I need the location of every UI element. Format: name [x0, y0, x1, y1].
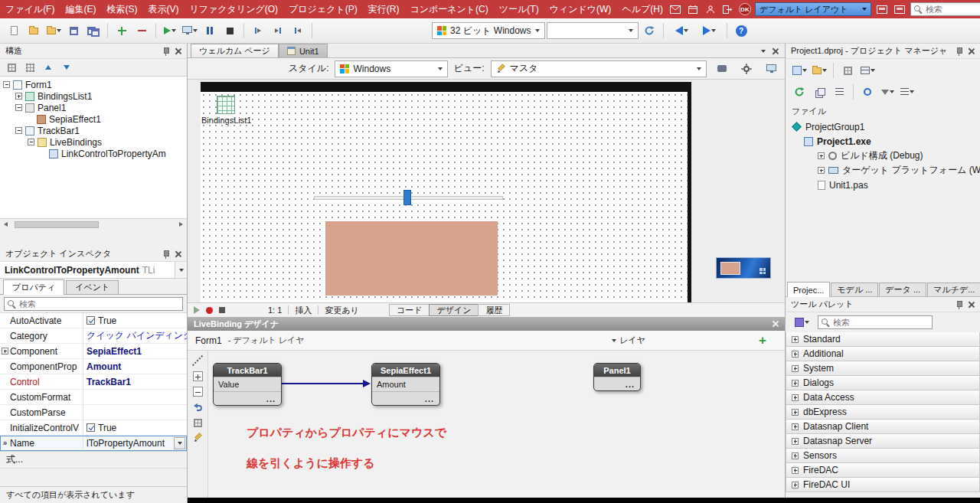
close-icon[interactable]	[968, 301, 975, 309]
palette-category-standard[interactable]: Standard	[786, 332, 980, 347]
pause-button[interactable]	[201, 21, 219, 40]
calendar-icon[interactable]	[686, 3, 700, 15]
palette-category-datasnap-client[interactable]: Datasnap Client	[786, 419, 980, 434]
help-button[interactable]: ?	[732, 21, 750, 40]
mail-icon[interactable]	[668, 3, 682, 15]
close-tab-icon[interactable]	[772, 47, 779, 55]
menu-project[interactable]: プロジェクト(P)	[283, 0, 363, 18]
target-platform-combo[interactable]: 32 ビット Windows	[432, 22, 545, 39]
tree-item-linkcontroltoproperty[interactable]: LinkControlToPropertyAm	[0, 148, 187, 159]
zoom-out-icon[interactable]	[193, 387, 203, 397]
pencil-icon[interactable]	[193, 433, 203, 445]
tree-item-bindingslist1[interactable]: BindingsList1	[0, 90, 187, 102]
expand-icon[interactable]	[792, 365, 799, 372]
save-all-button[interactable]	[84, 21, 103, 40]
stop-button[interactable]	[220, 21, 239, 40]
value-dropdown-icon[interactable]	[174, 437, 185, 449]
bindingslist-component[interactable]	[217, 96, 235, 114]
node-property[interactable]: Value	[214, 377, 281, 391]
close-icon[interactable]	[175, 250, 181, 258]
panel-control[interactable]	[325, 221, 498, 296]
tree-item-projectgroup1[interactable]: ProjectGroup1	[786, 119, 980, 134]
palette-category-dialogs[interactable]: Dialogs	[786, 375, 980, 390]
checkbox-checked-icon[interactable]	[87, 316, 95, 325]
account-icon[interactable]	[704, 3, 717, 15]
menu-help[interactable]: ヘルプ(H)	[616, 0, 668, 18]
node-property[interactable]: Amount	[372, 377, 439, 391]
save-button[interactable]	[64, 21, 83, 40]
scroll-right-icon[interactable]	[175, 217, 187, 231]
tab-history[interactable]: 履歴	[478, 304, 510, 316]
node-more-button[interactable]: ...	[214, 391, 281, 405]
expand-icon[interactable]	[792, 351, 799, 358]
property-row[interactable]: ComponentProp Amount	[0, 359, 187, 374]
expand-icon[interactable]	[792, 394, 799, 401]
expand-icon[interactable]	[792, 467, 799, 474]
desktop-layout-combo[interactable]: デフォルト レイアウト	[755, 2, 871, 16]
delete-layout-icon[interactable]	[893, 3, 906, 15]
object-selector-dropdown[interactable]	[175, 262, 187, 278]
palette-category-dbexpress[interactable]: dbExpress	[786, 404, 980, 420]
save-layout-icon[interactable]	[875, 3, 889, 15]
form-preview-thumbnail[interactable]	[716, 257, 771, 279]
list-view-button[interactable]	[830, 83, 848, 101]
form-body[interactable]: BindingsList1	[201, 92, 688, 302]
playback-icon[interactable]	[194, 306, 200, 314]
navigate-back-button[interactable]	[668, 21, 694, 40]
property-row[interactable]: AutoActivate True	[0, 313, 187, 328]
property-row[interactable]: CustomParse	[0, 405, 187, 420]
menu-file[interactable]: ファイル(F)	[0, 0, 60, 18]
add-to-project-button[interactable]	[113, 21, 131, 40]
tab-multi-device-preview[interactable]: マルチデ...	[927, 283, 980, 296]
tree-item-sepiaeffect1[interactable]: SepiaEffect1	[0, 113, 187, 125]
view-table-button[interactable]	[858, 61, 877, 80]
layer-dropdown-button[interactable]: レイヤ	[612, 335, 645, 346]
menu-run[interactable]: 実行(R)	[363, 0, 405, 18]
undo-icon[interactable]	[193, 402, 203, 413]
binding-node-panel1[interactable]: Panel1 ...	[593, 363, 641, 391]
step-over-button[interactable]	[269, 21, 287, 40]
trace-into-button[interactable]	[249, 21, 267, 40]
expand-icon[interactable]	[792, 380, 799, 387]
property-row[interactable]: Component SepiaEffect1	[0, 344, 187, 359]
scroll-left-icon[interactable]	[0, 217, 11, 231]
menu-tools[interactable]: ツール(T)	[494, 0, 544, 18]
palette-category-system[interactable]: System	[786, 361, 980, 376]
tab-list-dropdown-icon[interactable]	[761, 50, 766, 53]
pin-icon[interactable]	[956, 300, 963, 309]
expand-all-icon[interactable]	[22, 60, 38, 74]
collapse-icon[interactable]	[28, 139, 34, 145]
close-icon[interactable]	[175, 47, 181, 55]
pin-icon[interactable]	[162, 250, 170, 259]
expand-icon[interactable]	[792, 409, 799, 416]
open-project-button[interactable]	[810, 61, 828, 80]
pin-icon[interactable]	[162, 47, 170, 56]
open-file-button[interactable]	[24, 21, 43, 40]
menu-refactor[interactable]: リファクタリング(O)	[184, 0, 283, 18]
pin-icon[interactable]	[956, 47, 963, 56]
expand-icon[interactable]	[792, 452, 799, 459]
remove-from-project-button[interactable]	[132, 21, 151, 40]
tree-item-trackbar1[interactable]: TrackBar1	[0, 125, 187, 136]
property-row-selected[interactable]: » Name lToPropertyAmount	[0, 436, 187, 451]
navigate-forward-button[interactable]	[696, 21, 722, 40]
tab-code[interactable]: コード	[389, 304, 430, 316]
window-layout-button[interactable]	[762, 60, 780, 78]
gear-button[interactable]	[737, 60, 756, 78]
tab-properties[interactable]: プロパティ	[3, 279, 64, 295]
node-more-button[interactable]: ...	[372, 391, 439, 405]
expand-icon[interactable]	[792, 438, 799, 445]
tab-design[interactable]: デザイン	[429, 304, 479, 316]
binding-node-sepiaeffect1[interactable]: SepiaEffect1 Amount ...	[371, 363, 440, 406]
sync-button[interactable]	[790, 83, 808, 101]
tree-item-project1exe[interactable]: Project1.exe	[786, 134, 980, 149]
filter-button[interactable]	[878, 83, 897, 101]
expression-section[interactable]: 式...	[0, 452, 187, 469]
device-preview-button[interactable]	[713, 60, 731, 78]
layers-button[interactable]	[810, 83, 828, 101]
sort-button[interactable]	[898, 83, 916, 101]
property-row[interactable]: Control TrackBar1	[0, 374, 187, 390]
livebinding-canvas[interactable]: TrackBar1 Value ... SepiaEffect1 Amount …	[208, 351, 785, 503]
node-more-button[interactable]: ...	[594, 377, 640, 390]
ide-search-input[interactable]	[926, 5, 979, 14]
